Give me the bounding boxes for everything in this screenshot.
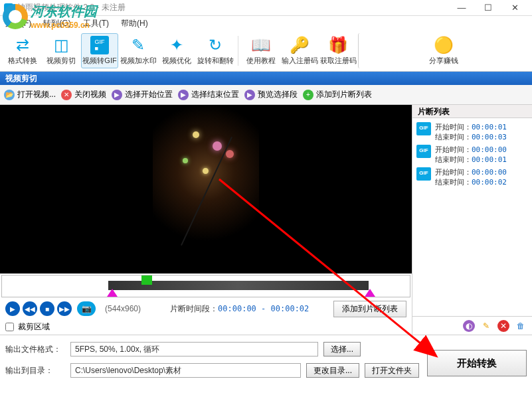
output-format-label: 输出文件格式： bbox=[5, 344, 65, 355]
close-button[interactable]: ✕ bbox=[501, 3, 528, 13]
set-end-button[interactable]: ▶选择结束位置 bbox=[178, 89, 239, 100]
menu-help[interactable]: 帮助(H) bbox=[121, 18, 148, 29]
segment-item[interactable]: GIF 开始时间：00:00:00结束时间：00:00:01 bbox=[415, 143, 529, 166]
gif-badge-icon: GIF bbox=[416, 122, 431, 135]
gift-icon: 🎁 bbox=[329, 36, 347, 54]
close-circle-icon: ✕ bbox=[61, 90, 72, 100]
maximize-button[interactable]: ☐ bbox=[475, 3, 501, 13]
book-icon: 📖 bbox=[252, 36, 270, 54]
add-segment-button[interactable]: +添加到片断列表 bbox=[303, 89, 372, 100]
ingot-icon: 🟡 bbox=[434, 36, 453, 54]
play-circle-icon: ▶ bbox=[244, 90, 255, 100]
section-title: 视频剪切 bbox=[0, 72, 532, 85]
toolbar-rotate[interactable]: ↻旋转和翻转 bbox=[197, 33, 234, 68]
choose-format-button[interactable]: 选择... bbox=[323, 342, 361, 356]
segment-item[interactable]: GIF 开始时间：00:00:00结束时间：00:00:02 bbox=[415, 166, 529, 189]
toolbar-video-to-gif[interactable]: GIF■视频转GIF bbox=[81, 33, 118, 68]
gif-badge-icon: GIF bbox=[416, 145, 431, 158]
output-dir-value: C:\Users\lenovo\Desktop\素材 bbox=[70, 363, 301, 378]
app-icon bbox=[4, 3, 13, 13]
toolbar-format-convert[interactable]: ⇄格式转换 bbox=[4, 33, 41, 68]
toolbar-video-clip[interactable]: ◫视频剪切 bbox=[43, 33, 80, 68]
play-circle-icon: ▶ bbox=[178, 90, 189, 100]
trash-icon[interactable]: 🗑 bbox=[515, 320, 527, 332]
output-format-value: 5FPS, 50%, 1.00x, 循环 bbox=[70, 342, 318, 356]
sparkle-icon: ✦ bbox=[167, 36, 186, 54]
set-start-button[interactable]: ▶选择开始位置 bbox=[112, 89, 173, 100]
swap-icon: ⇄ bbox=[13, 36, 32, 54]
brush-icon: ✎ bbox=[129, 36, 147, 54]
stop-button[interactable]: ■ bbox=[40, 301, 54, 316]
open-folder-button[interactable]: 打开文件夹 bbox=[365, 363, 419, 378]
output-dir-label: 输出到目录： bbox=[5, 365, 65, 376]
crop-area-label: 裁剪区域 bbox=[18, 321, 50, 333]
add-to-segment-list-button[interactable]: 添加到片断列表 bbox=[333, 301, 406, 317]
menu-file[interactable]: 文件(F) bbox=[5, 18, 31, 29]
video-dimensions: (544x960) bbox=[105, 304, 141, 313]
toolbar-enter-code[interactable]: 🔑输入注册码 bbox=[281, 33, 318, 68]
snapshot-button[interactable]: 📷 bbox=[77, 301, 96, 316]
key-icon: 🔑 bbox=[290, 36, 309, 54]
segment-list: GIF 开始时间：00:00:01结束时间：00:00:03 GIF 开始时间：… bbox=[412, 118, 532, 316]
camera-gif-icon: GIF■ bbox=[90, 36, 109, 54]
delete-segment-icon[interactable]: ✕ bbox=[497, 320, 509, 332]
timeline-start-marker[interactable] bbox=[107, 289, 118, 297]
folder-icon: 📂 bbox=[4, 90, 15, 100]
segment-list-title: 片断列表 bbox=[412, 105, 532, 118]
start-convert-button[interactable]: 开始转换 bbox=[427, 350, 527, 376]
open-video-button[interactable]: 📂打开视频... bbox=[4, 89, 56, 100]
segment-range: 00:00:00 - 00:00:02 bbox=[218, 304, 309, 313]
window-title: 神雨视频处理软件 2.0 - 未注册 bbox=[17, 2, 448, 13]
close-video-button[interactable]: ✕关闭视频 bbox=[61, 89, 106, 100]
timeline[interactable] bbox=[1, 275, 410, 297]
video-preview[interactable] bbox=[0, 105, 412, 274]
play-button[interactable]: ▶ bbox=[5, 301, 20, 316]
plus-circle-icon: + bbox=[303, 90, 313, 100]
toolbar-watermark[interactable]: ✎视频加水印 bbox=[120, 33, 157, 68]
edit-segment-icon[interactable]: ✎ bbox=[480, 320, 492, 332]
timeline-playhead[interactable] bbox=[141, 275, 152, 285]
toolbar-get-code[interactable]: 🎁获取注册码 bbox=[319, 33, 357, 68]
change-dir-button[interactable]: 更改目录... bbox=[306, 363, 359, 378]
toolbar-optimize[interactable]: ✦视频优化 bbox=[158, 33, 195, 68]
play-circle-icon: ▶ bbox=[112, 90, 122, 100]
menu-tool[interactable]: 工具(T) bbox=[83, 18, 109, 29]
minimize-button[interactable]: — bbox=[448, 3, 475, 13]
crop-icon: ◫ bbox=[52, 36, 70, 54]
toolbar-tutorial[interactable]: 📖使用教程 bbox=[242, 33, 280, 68]
apply-segment-icon[interactable]: ◐ bbox=[463, 320, 475, 332]
crop-area-checkbox[interactable] bbox=[5, 323, 14, 331]
timeline-end-marker[interactable] bbox=[365, 289, 375, 297]
preview-segment-button[interactable]: ▶预览选择段 bbox=[244, 89, 298, 100]
gif-badge-icon: GIF bbox=[416, 167, 431, 181]
rewind-button[interactable]: ◀◀ bbox=[23, 301, 37, 316]
segment-label: 片断时间段： bbox=[170, 304, 218, 313]
segment-item[interactable]: GIF 开始时间：00:00:01结束时间：00:00:03 bbox=[415, 121, 529, 143]
menu-convert[interactable]: 转到(G) bbox=[43, 18, 70, 29]
forward-button[interactable]: ▶▶ bbox=[57, 301, 72, 316]
rotate-icon: ↻ bbox=[206, 36, 224, 54]
toolbar-share[interactable]: 🟡分享赚钱 bbox=[358, 33, 528, 68]
